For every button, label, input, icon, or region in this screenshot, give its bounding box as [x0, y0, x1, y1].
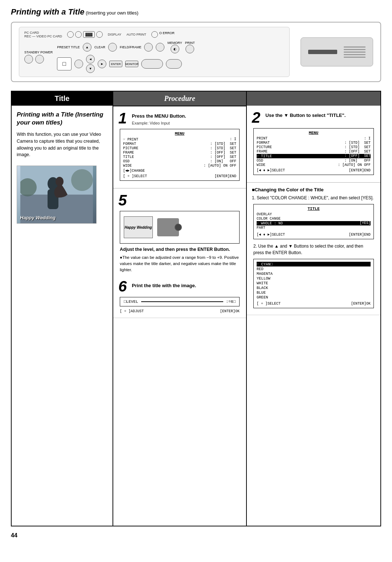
whole-row: ☞ WHOLE : NO [YES]	[257, 221, 371, 225]
color-item-green: GREEN	[257, 295, 371, 300]
step6-section: 6 Print the title with the image. □LEVEL…	[118, 279, 241, 313]
color-item-black: BLACK	[257, 286, 371, 290]
overlay-row: OVERLAY	[257, 212, 371, 216]
color-item-white: WHITE	[257, 281, 371, 285]
panel-indicators-top: ▓▓▓	[67, 31, 103, 38]
preset-clear-section: PRESET TITLE ▲ CLEAR FIELD/FRAME MEMORY …	[57, 41, 195, 73]
power-circle-2	[35, 55, 44, 64]
step6-level-box: □LEVEL :=6□	[120, 297, 240, 306]
printer-device	[301, 37, 373, 66]
adjust-nav: [ ÷ ]ADJUST	[120, 309, 144, 313]
right-btn[interactable]: ►	[98, 60, 106, 68]
enter-ok-nav: [ENTER]OK	[220, 309, 240, 313]
indicator-circle-2	[75, 31, 82, 38]
step1-menu-row-format: FORMAT: [STD] SET	[123, 142, 236, 146]
frame-btn[interactable]	[156, 43, 164, 52]
page-header: Printing with a Title (Inserting your ow…	[11, 7, 381, 17]
error-label: O ERROR	[159, 31, 175, 38]
step6-nav-bar: [ ÷ ]ADJUST [ENTER]OK	[120, 309, 240, 313]
level-label: □LEVEL	[124, 300, 138, 304]
clear-btn[interactable]	[108, 43, 117, 52]
color-item-blue: BLUE	[257, 290, 371, 295]
panel-label-display: DISPLAY	[108, 33, 121, 36]
preset-btn[interactable]: ▲	[83, 43, 91, 52]
field-btn[interactable]	[144, 43, 153, 52]
color-nav: [ ÷ ]SELECT [ENTER]OK	[257, 302, 371, 306]
step5-number: 5	[118, 193, 127, 208]
down-btn[interactable]: ▼	[86, 64, 95, 73]
color-change-heading: ■Changing the Color of the Title	[252, 187, 375, 192]
step1-menu-row-frame: FRAME: [OFF] SET	[123, 151, 236, 155]
step2-menu-row-picture: PICTURE: [STD] SET	[257, 145, 371, 149]
step1-subtext: Example: Video Input	[132, 121, 186, 125]
step5-camera-display: Happy Wedding	[120, 211, 240, 244]
menu-btn[interactable]	[74, 60, 83, 68]
right-column: 2 Use the ▼ Button to select "TITLE". ME…	[247, 91, 380, 526]
color-item-cyan: ☞ CYAN□	[257, 262, 371, 266]
step1-menu-row-print: ☞ PRINT: I	[123, 137, 236, 142]
device-section: PC CARDREC — VIDEO PC CARD ▓▓▓ DISPLAY A…	[11, 22, 381, 82]
step2-menu-row-print: PRINT: I	[257, 137, 371, 140]
monitor-btn[interactable]: MONITOR	[125, 61, 138, 67]
step1-menu-change: [◄►]CHANGE	[123, 169, 236, 173]
title-description: With this function, you can use your Vid…	[17, 131, 107, 158]
printer-slot	[308, 50, 337, 54]
step2-menu-row-osd: OSD: [ON] OFF	[257, 159, 371, 163]
step1-menu-row-osd: OSD: [ON] OFF	[123, 159, 236, 163]
step6-text: Print the title with the image.	[132, 279, 196, 289]
step6-header: 6 Print the title with the image.	[118, 279, 241, 294]
print-btn: PRINT	[185, 41, 195, 53]
medium-oval-btn[interactable]	[166, 59, 182, 69]
indicator-circle-1	[67, 31, 74, 38]
indicator-rect-1: ▓▓▓	[83, 31, 95, 38]
step2-menu-row-format: FORMAT: [STD] SET	[257, 141, 371, 145]
step2-menu-row-title: ☞ TITLE: [OFF] SET	[257, 154, 371, 158]
main-grid: Title Printing with a Title (Inserting y…	[11, 91, 381, 526]
color-item-red: RED	[257, 267, 371, 271]
step2-menu-nav: [◄ ♦ ►]SELECT [ENTER]END	[257, 168, 371, 172]
svg-point-4	[56, 177, 64, 186]
enter-btn[interactable]: ENTER	[109, 61, 122, 67]
wedding-image: Happy Wedding	[17, 166, 97, 224]
memory-btn: MEMORY ◐	[167, 41, 182, 53]
panel-label-pc-card: PC CARDREC — VIDEO PC CARD	[24, 31, 62, 38]
color-list-box: ☞ CYAN□ RED MAGENTA YELLOW WHITE BLACK B…	[253, 259, 374, 308]
step2-text: Use the ▼ Button to select "TITLE".	[265, 110, 346, 119]
title-main-heading: Printing with a Title (Inserting your ow…	[17, 111, 107, 127]
title-box-title: TITLE	[257, 207, 371, 211]
title-box-nav: [◄ ♦ ►]SELECT [ENTER]END	[257, 233, 371, 237]
level-value: :=6□	[226, 300, 236, 304]
title-content: Printing with a Title (Inserting your ow…	[12, 106, 113, 526]
step1-menu-row-wide: WIDE: [AUTO] ON OFF	[123, 164, 236, 168]
procedure-column: Procedure 1 Press the MENU Button. Examp…	[113, 91, 247, 526]
camera-body	[157, 218, 179, 236]
step2-section: 2 Use the ▼ Button to select "TITLE". ME…	[247, 106, 380, 183]
large-oval-btn[interactable]	[141, 59, 163, 69]
left-btn[interactable]: ◄	[86, 55, 95, 64]
step5-description: Adjust the level, and then press the ENT…	[120, 247, 240, 253]
step1-menu-nav: [ ÷ ]SELECT [ENTER]END	[123, 174, 236, 178]
big-btn[interactable]: □	[57, 57, 72, 70]
step2-menu-row-frame: FRAME: [OFF] SET	[257, 150, 371, 154]
step5-header: 5	[118, 193, 241, 208]
control-panel: PC CARDREC — VIDEO PC CARD ▓▓▓ DISPLAY A…	[19, 27, 290, 77]
color-cange-row: COLOR CANGE	[257, 217, 371, 221]
printer-vents	[344, 46, 366, 58]
color-change-section: ■Changing the Color of the Title 1. Sele…	[247, 183, 380, 315]
step2-menu-row-wide: WIDE: [AUTO] ON OFF	[257, 163, 371, 167]
page-number: 44	[11, 532, 381, 539]
title-column-header: Title	[12, 91, 113, 106]
page-subtitle-text: Inserting your own titles	[87, 10, 137, 16]
standby-power: STANDBY POWER	[24, 50, 53, 64]
step6-number: 6	[118, 279, 127, 294]
camera-lens	[175, 224, 182, 231]
step2-number: 2	[252, 110, 260, 125]
color-item-yellow: YELLOW	[257, 276, 371, 281]
wedding-text-overlay: Happy Wedding	[20, 215, 56, 220]
camera-body-shape	[157, 218, 179, 236]
step1-menu-row-title: TITLE: [OFF] SET	[123, 155, 236, 159]
right-top-procedure-header	[247, 91, 380, 106]
step1-menu-box: MENU ☞ PRINT: I FORMAT: [STD] SET PICTUR…	[120, 129, 240, 181]
procedure-header: Procedure	[113, 91, 246, 106]
color-step2-text: 2. Use the ▲ and ▼ Buttons to select the…	[253, 243, 374, 256]
